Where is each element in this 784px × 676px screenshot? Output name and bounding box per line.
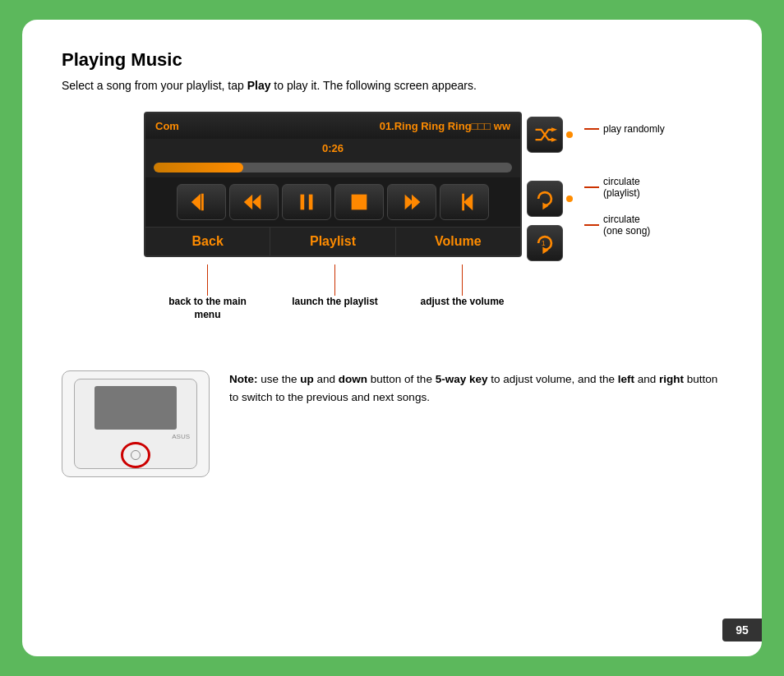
circulate-playlist-label: circulate (playlist) — [603, 176, 640, 199]
circulate-playlist-dot — [566, 195, 573, 202]
main-content-area: Com 01.Ring Ring Ring□□□ ww 0:26 — [144, 112, 722, 261]
player-time: 0:26 — [145, 139, 520, 158]
back-annotation: back to the mainmenu — [144, 264, 271, 321]
svg-marker-11 — [551, 127, 557, 131]
side-icons-column: 1 — [527, 112, 573, 261]
right-labels: play randomly circulate (playlist) circu… — [584, 112, 665, 237]
svg-marker-10 — [463, 194, 473, 211]
svg-marker-2 — [244, 195, 252, 210]
note-text: Note: use the up and down button of the … — [229, 370, 722, 406]
pause-button[interactable] — [282, 184, 331, 220]
subtitle-pre: Select a song from your playlist, tap — [62, 79, 247, 92]
playlist-button[interactable]: Playlist — [270, 228, 395, 255]
subtitle-post: to play it. The following screen appears… — [270, 79, 476, 92]
play-randomly-line — [584, 128, 599, 130]
circulate-playlist-row — [527, 181, 573, 217]
device-body: ASUS — [74, 379, 197, 469]
volume-annotation: adjust the volume — [399, 264, 526, 307]
stop-button[interactable] — [334, 184, 384, 220]
song-title: 01.Ring Ring Ring□□□ ww — [380, 120, 510, 132]
circulate-one-song-line — [584, 224, 599, 226]
circulate-one-song-icon-box: 1 — [527, 225, 563, 261]
back-annotation-label: back to the mainmenu — [168, 296, 247, 321]
playlist-annotation-line — [334, 264, 335, 296]
rewind-button[interactable] — [229, 184, 279, 220]
back-button[interactable]: Back — [145, 228, 270, 255]
device-screen — [95, 386, 177, 430]
page-title: Playing Music — [62, 49, 722, 71]
player-screen: Com 01.Ring Ring Ring□□□ ww 0:26 — [144, 112, 522, 257]
volume-button[interactable]: Volume — [396, 228, 520, 255]
volume-annotation-label: adjust the volume — [420, 296, 504, 307]
svg-text:1: 1 — [542, 239, 546, 247]
playlist-annotation: launch the playlist — [271, 264, 399, 307]
device-brand: ASUS — [172, 433, 196, 440]
play-randomly-label: play randomly — [603, 123, 665, 135]
playlist-annotation-label: launch the playlist — [292, 296, 378, 307]
shuffle-icon-box — [527, 117, 563, 153]
progress-fill — [154, 163, 243, 172]
progress-track — [154, 163, 512, 172]
note-prefix: Note: — [229, 373, 258, 385]
player-top-bar: Com 01.Ring Ring Ring□□□ ww — [145, 113, 520, 139]
next-button[interactable] — [440, 184, 489, 220]
device-wheel-inner — [131, 450, 141, 460]
circulate-playlist-icon-box — [527, 181, 563, 217]
circulate-one-song-label: circulate (one song) — [603, 214, 650, 237]
svg-rect-6 — [352, 195, 367, 210]
subtitle-bold: Play — [247, 79, 271, 92]
right-key: right — [659, 373, 684, 385]
circulate-one-song-row: 1 — [527, 225, 573, 261]
device-wheel-outer — [121, 442, 150, 468]
svg-rect-1 — [201, 194, 204, 211]
svg-marker-3 — [252, 195, 261, 210]
svg-rect-4 — [301, 195, 305, 210]
circulate-playlist-label-row: circulate (playlist) — [584, 176, 665, 199]
back-annotation-line — [207, 264, 208, 296]
shuffle-dot — [566, 131, 573, 138]
player-with-icons: Com 01.Ring Ring Ring□□□ ww 0:26 — [144, 112, 573, 261]
left-key: left — [618, 373, 634, 385]
svg-marker-12 — [551, 138, 557, 142]
progress-bar-container — [145, 158, 520, 177]
svg-marker-0 — [191, 194, 201, 211]
down-key: down — [339, 373, 367, 385]
circulate-one-song-label-row: circulate (one song) — [584, 214, 665, 237]
device-image: ASUS — [62, 370, 210, 477]
player-bottom-bar: Back Playlist Volume — [145, 227, 520, 255]
up-key: up — [300, 373, 314, 385]
prev-button[interactable] — [177, 184, 226, 220]
page-subtitle: Select a song from your playlist, tap Pl… — [62, 79, 722, 92]
page-number: 95 — [722, 619, 762, 642]
shuffle-icon-row — [527, 117, 573, 153]
page-card: Playing Music Select a song from your pl… — [22, 20, 762, 656]
player-controls — [145, 177, 520, 227]
volume-annotation-line — [462, 264, 463, 296]
note-section: ASUS Note: use the up and down button of… — [62, 370, 722, 477]
song-prefix: Com — [155, 120, 179, 132]
svg-marker-8 — [412, 195, 420, 210]
circulate-playlist-line — [584, 186, 599, 188]
annotations-row: back to the mainmenu launch the playlist… — [144, 264, 722, 321]
5-way-key: 5-way key — [436, 373, 488, 385]
play-randomly-label-row: play randomly — [584, 123, 665, 135]
forward-button[interactable] — [387, 184, 436, 220]
svg-rect-5 — [309, 195, 313, 210]
